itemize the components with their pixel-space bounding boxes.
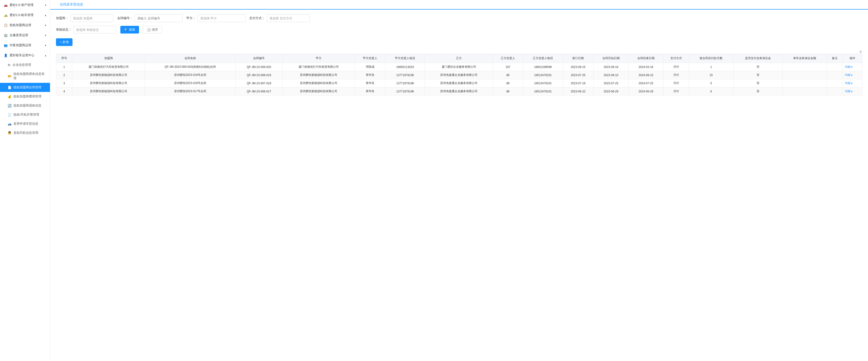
table-cell: 否 xyxy=(733,71,782,79)
table-cell: 3 xyxy=(56,79,72,87)
table-cell: 2024-03-16 xyxy=(628,63,663,71)
sidebar-group-rental-ops-label: 爱好租车运营中心 xyxy=(9,53,34,57)
sidebar-item-batch-contract[interactable]: 📄 批租加盟商合同管理 xyxy=(0,83,50,92)
table-cell xyxy=(827,87,843,95)
func-button[interactable]: 功能 ▾ xyxy=(845,73,852,77)
col-contract-name: 合同名称 xyxy=(145,54,236,63)
table-cell xyxy=(782,63,827,71)
table-cell: 苏州辉恒新能源科技有限公司 xyxy=(72,87,145,95)
table-row: 2苏州辉恒新能源科技有限公司苏州辉恒2023-019号合同QF-JM-23-00… xyxy=(56,71,862,79)
contract-table-wrapper: ⚙ 序号 加盟商 合同名称 合同编号 甲方 甲方负责人 甲方负责人电话 乙方 乙… xyxy=(56,50,862,95)
table-cell: 86 xyxy=(493,71,523,79)
sidebar-group-rental-ops[interactable]: 👤 爱好租车运营中心 ▴ xyxy=(0,50,50,60)
sidebar-item-batch-fee[interactable]: 💰 批租加盟商费用管理 xyxy=(0,92,50,101)
batch-franchise-icon: 📋 xyxy=(4,24,8,27)
filter-form: 加盟商： 请选择 加盟商 合同编号： 甲方： 请选择 甲方 支付方式 xyxy=(56,14,862,33)
add-button[interactable]: + 新增 xyxy=(56,38,72,46)
sidebar-group-agent-franchise[interactable]: 👥 代客加盟商运营 ▾ xyxy=(0,40,50,50)
table-cell: 2023-06-22 xyxy=(563,87,594,95)
table-cell: 苏州辉恒新能源科技有限公司 xyxy=(282,79,355,87)
sidebar-item-batch-invoice[interactable]: 🧾 批租/司机开票管理 xyxy=(0,110,50,119)
sidebar-item-batch-contract-label: 批租加盟商合同管理 xyxy=(13,85,41,90)
party-a-label: 甲方： xyxy=(186,16,196,20)
table-cell: 章学良 xyxy=(355,79,385,87)
payment-method-select[interactable]: 请选择 支付方式 xyxy=(267,14,310,22)
table-cell: 厦门爱好企业服务有限公司 xyxy=(425,63,493,71)
agent-arrow-icon: ▾ xyxy=(45,44,46,47)
table-cell: 2024-06-29 xyxy=(628,87,663,95)
sidebar-group-asset-mgmt[interactable]: 🚗 爱好2.0-资产管理 ▾ xyxy=(0,0,50,10)
table-cell xyxy=(827,79,843,87)
add-button-label: + 新增 xyxy=(60,40,69,44)
col-has-deposit: 是否支付业务保证金 xyxy=(733,54,782,63)
search-button[interactable]: 🔍 搜索 xyxy=(120,26,139,33)
table-cell: 苏州辉恒新能源科技有限公司 xyxy=(72,79,145,87)
sidebar-group-asset-mgmt-label: 爱好2.0-资产管理 xyxy=(9,3,33,7)
table-cell: 2023-07-25 xyxy=(594,79,628,87)
table-cell: 厦门添猫优行汽车租赁有限公司 xyxy=(282,63,355,71)
table-cell: 否 xyxy=(733,87,782,95)
asset-mgmt-icon: 🚗 xyxy=(4,3,8,7)
table-cell: 1 xyxy=(56,63,72,71)
sidebar-group-batch-franchise[interactable]: 📋 批租加盟商运营 ▾ xyxy=(0,20,50,30)
sidebar-item-direct-car[interactable]: 🚙 直营申请车型信息 xyxy=(0,119,50,128)
table-cell: 15 xyxy=(689,71,733,79)
agent-icon: 👥 xyxy=(4,43,8,47)
contract-table: 序号 加盟商 合同名称 合同编号 甲方 甲方负责人 甲方负责人电话 乙方 乙方负… xyxy=(56,54,862,95)
clear-button[interactable]: ⬜ 清空 xyxy=(143,26,162,33)
batch-ticket-icon: 🎫 xyxy=(8,74,11,78)
contract-no-filter: 合同编号： xyxy=(117,14,183,22)
payment-method-filter: 支付方式： 请选择 支付方式 xyxy=(249,14,310,22)
sidebar-group-car-rental-mgmt[interactable]: 🚕 爱好2.0-租车管理 ▴ xyxy=(0,10,50,20)
table-cell: QF-JM-23-008-019 xyxy=(236,71,282,79)
review-status-filter: 审核状态： 请选择 审核状态 xyxy=(56,26,117,33)
col-party-b: 乙方 xyxy=(425,54,493,63)
sidebar-item-batch-ticket[interactable]: 🎫 批租加盟商票务信息管理 xyxy=(0,69,50,83)
col-deposit-amount: 单车业务保证金额 xyxy=(782,54,827,63)
franchise-select[interactable]: 请选择 加盟商 xyxy=(70,14,114,22)
table-header-row: 序号 加盟商 合同名称 合同编号 甲方 甲方负责人 甲方负责人电话 乙方 乙方负… xyxy=(56,54,862,63)
table-cell: 6 xyxy=(689,87,733,95)
table-cell: 邓陆成 xyxy=(355,63,385,71)
asset-mgmt-arrow-icon: ▾ xyxy=(45,4,46,6)
table-action-cell: 功能 ▾ xyxy=(843,87,862,95)
review-status-label: 审核状态： xyxy=(56,28,71,32)
func-button[interactable]: 功能 ▾ xyxy=(845,65,852,69)
party-a-select[interactable]: 请选择 甲方 xyxy=(197,14,245,22)
chevron-down-icon: ▾ xyxy=(851,82,852,85)
table-cell: 1 xyxy=(689,63,733,71)
func-button[interactable]: 功能 ▾ xyxy=(845,81,852,85)
table-cell: 18513478191 xyxy=(523,71,563,79)
column-settings-icon[interactable]: ⚙ xyxy=(859,50,862,54)
direct-driver-icon: 👨 xyxy=(8,131,11,135)
sidebar-group-enterprise-direct[interactable]: 🏢 企服直营运营 ▾ xyxy=(0,30,50,40)
table-cell: 86 xyxy=(493,79,523,87)
table-cell: 18650113033 xyxy=(385,63,425,71)
batch-contract-icon: 📄 xyxy=(8,86,11,89)
table-cell: 2023-09-15 xyxy=(563,63,594,71)
table-cell: 2023-09-16 xyxy=(594,63,628,71)
table-cell: 18513478191 xyxy=(523,79,563,87)
table-row: 4苏州辉恒新能源科技有限公司苏州辉恒2023-017号合同QF-JM-23-00… xyxy=(56,87,862,95)
table-cell: 章学良 xyxy=(355,87,385,95)
sidebar-group-car-rental-label: 爱好2.0-租车管理 xyxy=(9,13,33,17)
review-status-select[interactable]: 请选择 审核状态 xyxy=(73,26,117,33)
table-cell xyxy=(827,71,843,79)
sidebar-item-company-info-label: 企业信息管理 xyxy=(12,63,31,67)
franchise-label: 加盟商： xyxy=(56,16,68,20)
sidebar-item-direct-car-label: 直营申请车型信息 xyxy=(13,122,38,126)
table-cell: 13771879198 xyxy=(385,79,425,87)
contract-no-label: 合同编号： xyxy=(117,16,133,20)
sidebar-item-company-info[interactable]: ⚙ 企业信息管理 xyxy=(0,60,50,69)
sidebar-item-batch-return[interactable]: 🔄 批租加盟商退租信息 xyxy=(0,101,50,110)
func-button[interactable]: 功能 ▾ xyxy=(845,89,852,93)
contract-no-input[interactable] xyxy=(135,14,183,22)
table-cell: 苏州辉恒2023-019号合同 xyxy=(145,71,236,79)
sidebar-item-direct-driver[interactable]: 👨 直租司机信息管理 xyxy=(0,128,50,138)
col-seq: 序号 xyxy=(56,54,72,63)
tab-contract-car-info[interactable]: 合同及车型信息 xyxy=(56,0,87,9)
table-cell: QF-JM-23-006-017 xyxy=(236,87,282,95)
col-start-date: 合同开始日期 xyxy=(594,54,628,63)
table-cell: QF-JM-23-007-018 xyxy=(236,79,282,87)
col-remark: 备注 xyxy=(827,54,843,63)
